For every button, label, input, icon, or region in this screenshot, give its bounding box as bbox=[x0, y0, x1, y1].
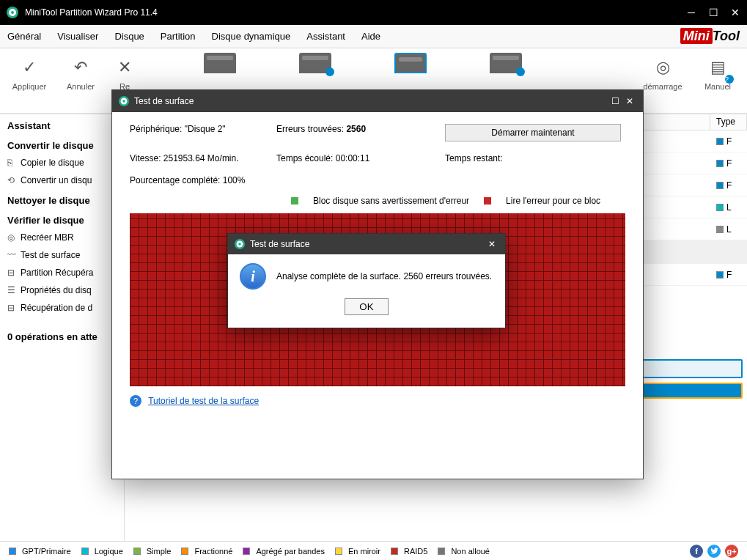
menu-general[interactable]: Général bbox=[7, 31, 41, 42]
legend-color-icon bbox=[438, 548, 445, 555]
manual-button[interactable]: ▤?Manuel bbox=[696, 53, 740, 91]
legend-err-icon bbox=[484, 197, 491, 205]
maximize-button[interactable]: ☐ bbox=[707, 7, 719, 18]
svg-point-2 bbox=[11, 11, 14, 14]
redo-button[interactable]: ✕Re bbox=[110, 53, 139, 91]
color-square-icon bbox=[716, 160, 724, 167]
dialog-close-button[interactable]: ✕ bbox=[622, 94, 637, 108]
undo-icon: ↶ bbox=[66, 53, 95, 82]
legend-color-icon bbox=[243, 548, 250, 555]
sidebar-item-disk-properties[interactable]: ☰Propriétés du disq bbox=[0, 281, 124, 299]
legend-ok-icon bbox=[291, 197, 298, 205]
sidebar-section-convertir: Convertir le disque bbox=[0, 134, 124, 154]
dialog-title: Test de surface bbox=[134, 96, 608, 106]
percent-label: Pourcentage complété: bbox=[130, 175, 220, 185]
legend-label: Simple bbox=[147, 547, 172, 556]
device-label: Périphérique: bbox=[130, 124, 182, 134]
speed-label: Vitesse: bbox=[130, 153, 161, 163]
target-icon: ◎ bbox=[7, 232, 15, 243]
legend-label: Agrégé par bandes bbox=[256, 547, 325, 556]
type-cell: F bbox=[710, 158, 747, 169]
recovery-icon: ⊟ bbox=[7, 303, 15, 313]
close-icon: ✕ bbox=[110, 53, 139, 82]
close-button[interactable]: ✕ bbox=[729, 7, 741, 18]
boot-button[interactable]: ◎démarrage bbox=[637, 53, 688, 91]
type-cell: L bbox=[710, 224, 747, 235]
app-logo-icon bbox=[118, 95, 130, 107]
titlebar: MiniTool Partition Wizard Pro 11.4 ─ ☐ ✕ bbox=[0, 0, 747, 25]
check-icon: ✓ bbox=[15, 53, 44, 82]
type-cell: F bbox=[710, 136, 747, 147]
undo-button[interactable]: ↶Annuler bbox=[59, 53, 103, 91]
legend-color-icon bbox=[9, 548, 16, 555]
sidebar-item-partition-recovery[interactable]: ⊟Partition Récupéra bbox=[0, 264, 124, 281]
legend-item: Simple bbox=[133, 547, 172, 556]
message-dialog: Test de surface ✕ i Analyse complète de … bbox=[227, 233, 506, 328]
cd-icon: ◎ bbox=[648, 53, 677, 82]
legend-color-icon bbox=[181, 548, 188, 555]
color-square-icon bbox=[716, 182, 724, 189]
errors-label: Erreurs trouvées: bbox=[276, 124, 344, 134]
twitter-button[interactable] bbox=[707, 545, 721, 558]
sidebar-section-assistant: Assistant bbox=[0, 114, 124, 134]
sidebar: Assistant Convertir le disque ⎘Copier le… bbox=[0, 114, 125, 541]
dialog-maximize-button[interactable]: ☐ bbox=[608, 94, 622, 108]
disk-icon bbox=[394, 53, 427, 73]
color-square-icon bbox=[716, 138, 724, 145]
menu-disque-dynamique[interactable]: Disque dynamique bbox=[212, 31, 291, 42]
legend-label: Logique bbox=[95, 547, 123, 556]
legend-item: En miroir bbox=[335, 547, 380, 556]
app-logo-icon bbox=[6, 6, 19, 19]
chart-icon: 〰 bbox=[7, 250, 16, 260]
menu-aide[interactable]: Aide bbox=[361, 31, 380, 42]
menu-visualiser[interactable]: Visualiser bbox=[57, 31, 98, 42]
disk-tool-3[interactable] bbox=[367, 53, 455, 73]
percent-value: 100% bbox=[223, 175, 246, 185]
legend-color-icon bbox=[133, 548, 141, 555]
disk-tool-4[interactable] bbox=[462, 53, 550, 73]
ok-button[interactable]: OK bbox=[345, 298, 389, 315]
start-now-button[interactable]: Démarrer maintenant bbox=[445, 124, 621, 141]
googleplus-button[interactable]: g+ bbox=[725, 545, 738, 558]
legend-item: Agrégé par bandes bbox=[243, 547, 325, 556]
facebook-button[interactable]: f bbox=[690, 545, 703, 558]
msg-dialog-titlebar[interactable]: Test de surface ✕ bbox=[228, 234, 505, 254]
disk-tool-2[interactable] bbox=[271, 53, 359, 73]
legend-label: RAID5 bbox=[404, 547, 427, 556]
menu-partition[interactable]: Partition bbox=[161, 31, 196, 42]
legend-item: Fractionné bbox=[181, 547, 232, 556]
legend-label: GPT/Primaire bbox=[22, 547, 71, 556]
dialog-titlebar[interactable]: Test de surface ☐ ✕ bbox=[112, 90, 643, 112]
apply-button[interactable]: ✓Appliquer bbox=[7, 53, 51, 91]
type-cell: L bbox=[710, 202, 747, 213]
elapsed-label: Temps écoulé: bbox=[276, 153, 333, 163]
type-cell: F bbox=[710, 270, 747, 280]
minimize-button[interactable]: ─ bbox=[685, 7, 697, 18]
help-icon: ? bbox=[130, 395, 141, 407]
disk-icon bbox=[490, 53, 522, 73]
msg-dialog-close-button[interactable]: ✕ bbox=[485, 237, 499, 251]
sidebar-item-data-recovery[interactable]: ⊟Récupération de d bbox=[0, 299, 124, 317]
legend-item: Logique bbox=[81, 547, 123, 556]
menu-assistant[interactable]: Assistant bbox=[306, 31, 345, 42]
errors-value: 2560 bbox=[346, 124, 366, 134]
drive-icon: ⊟ bbox=[7, 268, 15, 278]
manual-icon: ▤? bbox=[703, 53, 732, 82]
sidebar-item-copy-disk[interactable]: ⎘Copier le disque bbox=[0, 154, 124, 172]
convert-icon: ⟲ bbox=[7, 175, 15, 185]
menu-disque[interactable]: Disque bbox=[114, 31, 144, 42]
legend-item: Non alloué bbox=[438, 547, 490, 556]
sidebar-item-convert-disk[interactable]: ⟲Convertir un disqu bbox=[0, 172, 124, 189]
sidebar-item-surface-test[interactable]: 〰Test de surface bbox=[0, 246, 124, 264]
sidebar-section-nettoyer: Nettoyer le disque bbox=[0, 189, 124, 209]
tutorial-link[interactable]: Tutoriel de test de la surface bbox=[148, 396, 259, 406]
legend-ok-label: Bloc disque sans avertissement d'erreur bbox=[313, 196, 469, 206]
window-title: MiniTool Partition Wizard Pro 11.4 bbox=[25, 7, 685, 18]
color-square-icon bbox=[716, 204, 724, 211]
footer-legend: GPT/PrimaireLogiqueSimpleFractionnéAgrég… bbox=[0, 541, 747, 560]
msg-dialog-title: Test de surface bbox=[250, 239, 485, 249]
disk-icon bbox=[299, 53, 331, 73]
disk-tool-1[interactable] bbox=[176, 53, 264, 73]
col-type[interactable]: Type bbox=[710, 114, 747, 130]
sidebar-item-recreate-mbr[interactable]: ◎Recréer MBR bbox=[0, 229, 124, 246]
